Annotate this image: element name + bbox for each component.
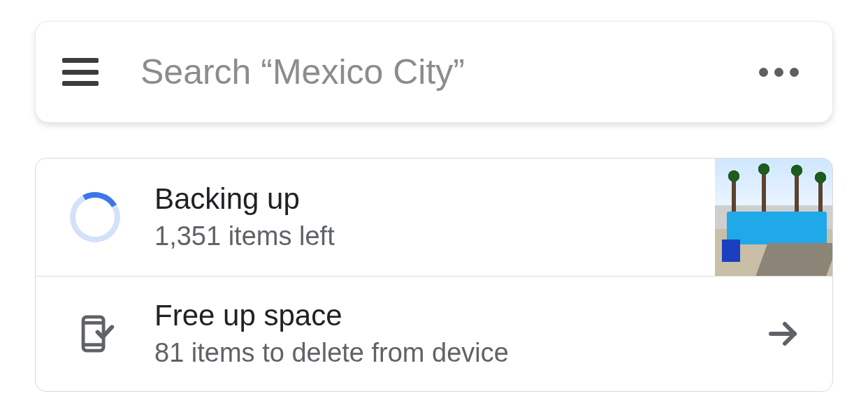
progress-spinner-icon (64, 186, 126, 248)
arrow-right-icon (767, 317, 800, 351)
free-up-title: Free up space (154, 298, 721, 333)
backup-text: Backing up 1,351 items left (154, 165, 715, 270)
arrow-slot (735, 317, 832, 351)
device-check-icon (75, 309, 115, 358)
free-up-icon-slot (36, 309, 154, 358)
more-icon[interactable] (745, 68, 799, 77)
backup-subtitle: 1,351 items left (154, 221, 701, 253)
backup-spinner-slot (36, 192, 154, 242)
free-up-subtitle: 81 items to delete from device (154, 337, 721, 369)
backup-row[interactable]: Backing up 1,351 items left (36, 159, 832, 276)
menu-icon[interactable] (62, 58, 99, 86)
search-bar[interactable] (35, 21, 833, 123)
backup-title: Backing up (154, 182, 701, 216)
search-input[interactable] (140, 52, 745, 92)
status-card: Backing up 1,351 items left (35, 158, 833, 392)
backup-thumbnail (715, 159, 832, 276)
free-up-space-row[interactable]: Free up space 81 items to delete from de… (36, 276, 832, 391)
free-up-text: Free up space 81 items to delete from de… (154, 281, 735, 386)
